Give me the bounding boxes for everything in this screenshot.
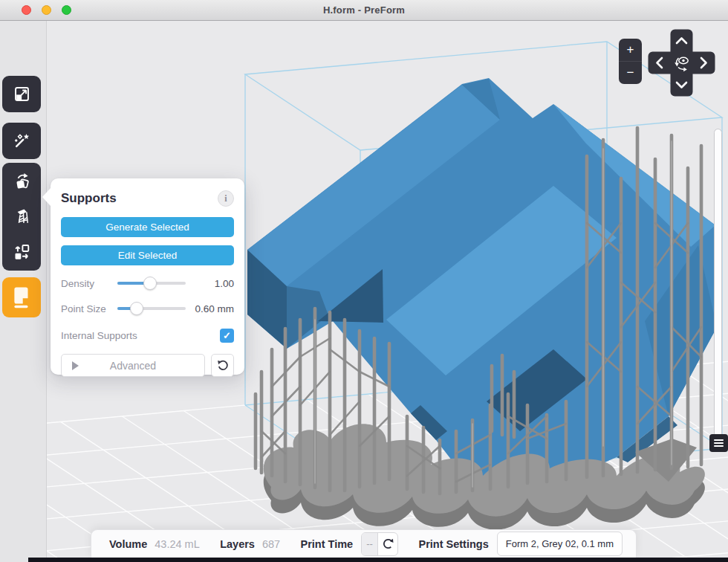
supports-tool-button[interactable]	[2, 198, 41, 234]
edit-selected-button[interactable]: Edit Selected	[61, 245, 234, 265]
panel-title: Supports	[61, 191, 117, 206]
view-dpad	[647, 28, 716, 97]
volume-label: Volume	[109, 538, 147, 550]
orient-tool-button[interactable]	[2, 163, 41, 198]
layers-value: 687	[262, 538, 280, 550]
printer-material-button[interactable]	[2, 277, 41, 317]
status-bar: Volume 43.24 mL Layers 687 Print Time --…	[91, 529, 637, 558]
layers-label: Layers	[220, 538, 255, 550]
density-value: 1.00	[186, 278, 234, 289]
internal-supports-row: Internal Supports ✓	[61, 329, 234, 343]
layout-icon	[12, 242, 32, 262]
reset-button[interactable]	[211, 354, 234, 377]
minimize-button[interactable]	[42, 5, 51, 15]
zoom-button[interactable]	[62, 5, 71, 15]
supports-icon	[12, 207, 32, 227]
volume-value: 43.24 mL	[155, 538, 199, 550]
print-settings-selector[interactable]: Form 2, Grey 02, 0.1 mm	[497, 532, 623, 556]
zoom-in-button[interactable]: +	[619, 39, 642, 61]
bottom-edge-strip	[28, 558, 728, 562]
zoom-out-button[interactable]: −	[619, 61, 642, 84]
tool-group	[2, 163, 41, 271]
slider-thumb[interactable]	[143, 277, 157, 290]
layout-tool-button[interactable]	[2, 235, 41, 271]
refresh-icon	[382, 537, 394, 550]
advanced-label: Advanced	[110, 360, 156, 372]
print-time-label: Print Time	[300, 538, 353, 550]
handle-grip-icon	[714, 445, 724, 447]
print-time-control: --	[361, 532, 398, 556]
panel-pointer	[42, 188, 51, 206]
close-button[interactable]	[22, 5, 31, 15]
reset-icon	[216, 359, 229, 372]
volume-group: Volume 43.24 mL	[109, 538, 200, 550]
point-size-row: Point Size 0.60 mm	[61, 301, 234, 316]
density-slider[interactable]	[117, 277, 186, 290]
zoom-control: + −	[619, 39, 642, 84]
handle-grip-icon	[714, 442, 724, 444]
advanced-button[interactable]: Advanced	[61, 354, 205, 377]
generate-selected-button[interactable]: Generate Selected	[61, 217, 234, 237]
layers-group: Layers 687	[220, 538, 280, 550]
preform-window: H.form - PreForm	[0, 0, 728, 562]
expand-triangle-icon	[72, 361, 79, 370]
print-time-group: Print Time --	[300, 532, 398, 556]
magic-wand-icon	[12, 131, 32, 151]
handle-grip-icon	[714, 439, 724, 441]
recalculate-button[interactable]	[378, 533, 397, 555]
internal-supports-checkbox[interactable]: ✓	[220, 329, 234, 343]
info-button[interactable]: i	[218, 190, 234, 207]
density-label: Density	[61, 278, 117, 289]
rotate-icon	[12, 171, 32, 191]
resize-icon	[12, 84, 32, 104]
point-size-value: 0.60 mm	[186, 303, 234, 314]
density-row: Density 1.00	[61, 276, 234, 291]
point-size-label: Point Size	[61, 303, 117, 314]
print-settings-group: Print Settings Form 2, Grey 02, 0.1 mm	[419, 532, 623, 556]
traffic-lights	[22, 5, 71, 15]
print-settings-label: Print Settings	[419, 538, 489, 550]
layer-slider-track[interactable]	[714, 129, 722, 439]
point-size-slider[interactable]	[117, 302, 186, 315]
scale-tool-button[interactable]	[2, 76, 41, 112]
window-title: H.form - PreForm	[323, 4, 405, 16]
layer-slider-handle[interactable]	[709, 434, 728, 452]
one-click-print-tool-button[interactable]	[2, 123, 41, 159]
print-time-value: --	[362, 533, 378, 555]
title-bar: H.form - PreForm	[0, 0, 728, 21]
slider-thumb[interactable]	[130, 302, 143, 315]
resin-cartridge-icon	[10, 285, 33, 310]
internal-supports-label: Internal Supports	[61, 330, 137, 341]
supports-panel: Supports i Generate Selected Edit Select…	[51, 178, 244, 375]
tool-strip	[0, 21, 47, 562]
